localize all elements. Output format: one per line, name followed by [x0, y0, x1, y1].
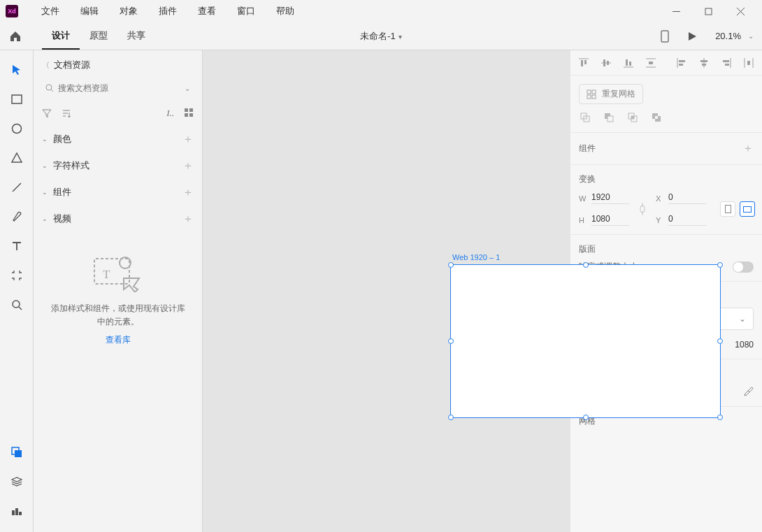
pen-tool[interactable]	[10, 210, 24, 224]
line-tool[interactable]	[10, 180, 24, 194]
add-icon[interactable]: ＋	[182, 187, 194, 198]
resize-handle-sw[interactable]	[448, 415, 454, 420]
y-label: Y	[656, 216, 664, 224]
add-icon[interactable]: ＋	[182, 213, 194, 224]
bool-intersect-icon[interactable]	[626, 111, 639, 124]
svg-rect-63	[744, 206, 752, 212]
svg-rect-35	[649, 62, 653, 64]
assets-tab-icon[interactable]	[10, 445, 24, 459]
accordion-label: 字符样式	[53, 159, 89, 172]
repeat-grid-button[interactable]: 重复网格	[579, 84, 643, 104]
menu-object[interactable]: 对象	[109, 5, 148, 17]
svg-rect-62	[725, 206, 731, 213]
search-input[interactable]	[54, 83, 185, 93]
orientation-landscape-icon[interactable]	[740, 201, 755, 217]
filter-icon[interactable]	[42, 108, 52, 118]
window-maximize-button[interactable]	[692, 0, 724, 22]
resize-handle-w[interactable]	[448, 338, 454, 344]
browse-libraries-link[interactable]: 查看库	[106, 334, 131, 346]
svg-rect-58	[631, 116, 634, 119]
assets-title: 文档资源	[54, 59, 90, 71]
canvas[interactable]: Web 1920 – 1	[203, 50, 570, 532]
svg-point-15	[46, 85, 52, 90]
window-close-button[interactable]	[724, 0, 756, 22]
align-row	[570, 50, 762, 76]
accordion-color[interactable]: ⌄颜色＋	[34, 126, 202, 152]
svg-rect-32	[629, 62, 631, 66]
responsive-resize-toggle[interactable]	[733, 261, 754, 273]
resize-handle-ne[interactable]	[717, 262, 723, 268]
rectangle-tool[interactable]	[10, 92, 24, 106]
svg-rect-55	[608, 116, 613, 122]
align-hcenter-icon[interactable]	[696, 55, 712, 71]
menu-window[interactable]: 窗口	[227, 5, 266, 17]
list-view-icon[interactable]: I..	[166, 108, 174, 119]
sort-icon[interactable]	[62, 108, 71, 118]
grid-view-icon[interactable]	[184, 108, 194, 119]
resize-handle-s[interactable]	[583, 415, 589, 420]
eyedropper-icon[interactable]	[744, 387, 754, 396]
orientation-portrait-icon[interactable]	[720, 201, 735, 217]
align-left-icon[interactable]	[674, 55, 689, 71]
align-top-icon[interactable]	[576, 55, 591, 71]
viewport-height-input[interactable]: 1080	[735, 340, 754, 350]
zoom-tool[interactable]	[10, 298, 24, 312]
svg-rect-5	[12, 95, 22, 103]
svg-rect-31	[626, 59, 628, 66]
lock-aspect-icon[interactable]	[633, 201, 652, 217]
text-tool[interactable]	[10, 239, 24, 253]
chevron-down-icon: ⌄	[42, 215, 48, 222]
accordion-video[interactable]: ⌄视频＋	[34, 206, 202, 232]
plugins-tab-icon[interactable]	[10, 504, 24, 518]
bool-exclude-icon[interactable]	[650, 111, 663, 124]
distribute-h-icon[interactable]	[741, 55, 756, 71]
accordion-charstyle[interactable]: ⌄字符样式＋	[34, 152, 202, 179]
window-minimize-button[interactable]	[660, 0, 692, 22]
menu-edit[interactable]: 编辑	[70, 5, 109, 17]
add-icon[interactable]: ＋	[182, 160, 194, 171]
artboard-tool[interactable]	[10, 268, 24, 282]
bool-union-icon[interactable]	[579, 111, 591, 124]
menu-help[interactable]: 帮助	[266, 5, 305, 17]
resize-handle-n[interactable]	[583, 262, 589, 268]
align-vcenter-icon[interactable]	[598, 55, 614, 71]
tab-design[interactable]: 设计	[42, 22, 80, 50]
distribute-v-icon[interactable]	[643, 55, 659, 71]
add-icon[interactable]: ＋	[182, 134, 194, 145]
assets-panel-header[interactable]: 〈文档资源	[34, 50, 202, 76]
width-input[interactable]: 1920	[591, 192, 629, 204]
resize-handle-e[interactable]	[717, 338, 723, 344]
search-box[interactable]: ⌄	[42, 78, 194, 98]
menu-file[interactable]: 文件	[31, 5, 70, 17]
align-right-icon[interactable]	[719, 55, 734, 71]
play-icon[interactable]	[687, 31, 697, 41]
height-label: H	[579, 216, 587, 224]
resize-handle-nw[interactable]	[448, 262, 454, 268]
app-icon: Xd	[6, 5, 18, 17]
polygon-tool[interactable]	[10, 151, 24, 165]
device-preview-icon[interactable]	[661, 30, 669, 43]
svg-rect-14	[19, 512, 22, 515]
artboard[interactable]	[450, 264, 721, 418]
x-input[interactable]: 0	[668, 192, 706, 204]
home-icon[interactable]	[8, 29, 22, 43]
select-tool[interactable]	[10, 63, 24, 77]
ellipse-tool[interactable]	[10, 122, 24, 136]
tab-prototype[interactable]: 原型	[80, 22, 117, 50]
height-input[interactable]: 1080	[591, 214, 629, 226]
accordion-component[interactable]: ⌄组件＋	[34, 179, 202, 206]
artboard-label[interactable]: Web 1920 – 1	[452, 253, 500, 261]
resize-handle-se[interactable]	[717, 415, 723, 420]
layers-tab-icon[interactable]	[10, 475, 24, 489]
y-input[interactable]: 0	[668, 214, 706, 226]
menu-plugins[interactable]: 插件	[148, 5, 187, 17]
document-title[interactable]: 未命名-1▾	[360, 30, 402, 43]
align-bottom-icon[interactable]	[621, 55, 636, 71]
zoom-dropdown[interactable]: 20.1%⌄	[715, 31, 754, 41]
tab-share[interactable]: 共享	[117, 22, 155, 50]
bool-subtract-icon[interactable]	[603, 111, 615, 124]
section-title-component: 组件	[579, 143, 596, 154]
menu-view[interactable]: 查看	[187, 5, 227, 17]
document-title-text: 未命名-1	[360, 31, 396, 41]
add-component-icon[interactable]: ＋	[742, 141, 754, 156]
